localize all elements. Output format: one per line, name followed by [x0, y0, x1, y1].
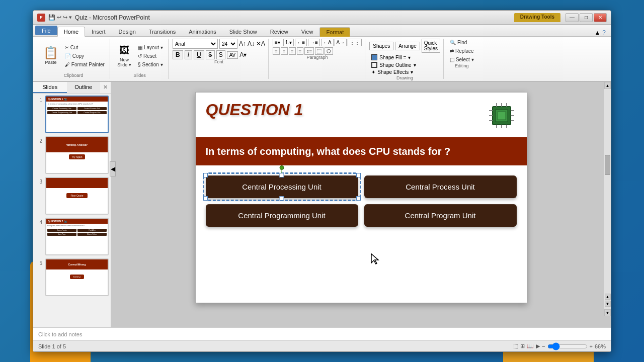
tab-transitions[interactable]: Transitions [142, 27, 182, 36]
option-1-button[interactable]: Central Processing Unit [206, 175, 358, 198]
vertical-scrollbar[interactable]: ▲ ▲ ▼ ▼ [604, 82, 611, 316]
format-painter-button[interactable]: 🖌 Format Painter [63, 61, 107, 68]
columns-btn[interactable]: ⋮⋮ [348, 39, 362, 46]
slide-preview-1[interactable]: QUESTION 1 📷 In terms of computing, what… [45, 96, 109, 133]
shape-outline-dropdown[interactable]: ▾ [414, 62, 416, 68]
slide-preview-4[interactable]: QUESTION 2 📷 Along with when did Bill Ga… [45, 218, 109, 255]
bold-button[interactable]: B [173, 50, 183, 59]
shape-fill-btn[interactable]: Shape Fill = ▾ [369, 54, 440, 61]
reset-button[interactable]: ↺ Reset [136, 52, 165, 60]
ltr-btn[interactable]: A→ [335, 39, 347, 46]
tab-review[interactable]: Review [264, 27, 295, 36]
cut-button[interactable]: ✂ Cut [63, 44, 107, 51]
scroll-down-btn[interactable]: ▼ [604, 309, 611, 316]
drawing-tools-tab[interactable]: Drawing Tools [514, 13, 560, 22]
paste-button[interactable]: 📋 Paste [40, 45, 61, 67]
slide-thumb-2[interactable]: 2 Wrong Answer Try Again [35, 136, 109, 174]
tab-home[interactable]: Home [57, 27, 85, 37]
bullets-btn[interactable]: ≡▾ [273, 39, 282, 46]
tab-animations[interactable]: Animations [182, 27, 222, 36]
shadow-btn[interactable]: S [216, 50, 225, 59]
char-spacing-btn[interactable]: AV [227, 51, 238, 59]
arrange-btn[interactable]: Arrange [395, 42, 420, 50]
maximize-button[interactable]: □ [580, 13, 593, 22]
shapes-btn[interactable]: Shapes [369, 42, 393, 50]
minimize-button[interactable]: — [566, 13, 579, 22]
scroll-prev-slide[interactable]: ▲ [605, 294, 611, 300]
find-button[interactable]: 🔍 Find [448, 39, 476, 46]
slide-thumb-3[interactable]: 3 Rise Quote [35, 177, 109, 215]
clear-format-btn[interactable]: ✕A [256, 40, 265, 47]
option-2-button[interactable]: Central Process Unit [364, 175, 517, 198]
tab-design[interactable]: Design [112, 27, 142, 36]
collapse-ribbon[interactable]: ▲ [594, 29, 600, 36]
normal-view-btn[interactable]: ⬚ [513, 343, 518, 349]
tab-file[interactable]: File [35, 26, 57, 35]
tab-outline-view[interactable]: Outline [67, 82, 101, 93]
slide-sorter-btn[interactable]: ⊞ [520, 343, 525, 349]
option-4-button[interactable]: Central Program Unit [364, 204, 517, 227]
qat-save[interactable]: 💾 [48, 14, 55, 21]
panel-collapse-btn[interactable]: ◀ [110, 161, 116, 176]
zoom-in-btn[interactable]: + [590, 343, 593, 349]
font-color-btn[interactable]: A▾ [239, 51, 247, 58]
slide-thumb-5[interactable]: 5 Correct/Wrong BullsEye [35, 258, 109, 296]
quick-styles-btn[interactable]: QuickStyles [422, 39, 440, 53]
thumb1-title: QUESTION 1 📷 [46, 97, 108, 102]
slide-preview-2[interactable]: Wrong Answer Try Again [45, 136, 109, 174]
slide-preview-3[interactable]: Rise Quote [45, 177, 109, 215]
notes-bar[interactable]: Click to add notes [33, 327, 611, 340]
slides-panel-close[interactable]: ✕ [100, 82, 111, 93]
select-button[interactable]: ⬚ Select ▾ [448, 56, 476, 63]
slideshow-btn[interactable]: ▶ [536, 343, 540, 349]
help-btn[interactable]: ? [602, 29, 606, 36]
tab-slideshow[interactable]: Slide Show [223, 27, 264, 36]
italic-button[interactable]: I [185, 50, 192, 59]
tab-view[interactable]: View [295, 27, 320, 36]
indent-btn[interactable]: →≡ [308, 39, 320, 46]
tab-format[interactable]: Format [319, 27, 350, 37]
align-center-btn[interactable]: ≡ [281, 47, 288, 55]
line-spacing-btn[interactable]: ↕≡ [304, 47, 314, 55]
font-family-select[interactable]: Arial [173, 39, 218, 49]
clipboard-content: 📋 Paste ✂ Cut 📄 Copy 🖌 Format Painter [40, 39, 107, 73]
slide-thumb-4[interactable]: 4 QUESTION 2 📷 Along with when did Bill … [35, 218, 109, 255]
rtl-btn[interactable]: ←A [321, 39, 334, 46]
qat-dropdown[interactable]: ▾ [69, 14, 72, 21]
layout-button[interactable]: ▦ Layout ▾ [136, 44, 165, 51]
increase-font-btn[interactable]: A↑ [239, 40, 246, 47]
copy-button[interactable]: 📄 Copy [63, 52, 107, 60]
zoom-out-btn[interactable]: − [542, 343, 545, 349]
section-button[interactable]: § Section ▾ [136, 61, 165, 68]
qat-redo[interactable]: ↪ [63, 14, 67, 21]
slide-preview-5[interactable]: Correct/Wrong BullsEye [45, 258, 109, 296]
shape-effects-dropdown[interactable]: ▾ [411, 69, 413, 75]
new-slide-button[interactable]: 🖼 NewSlide ▾ [114, 43, 134, 69]
close-button[interactable]: ✕ [594, 13, 607, 22]
option-3-button[interactable]: Central Programming Unit [206, 204, 358, 227]
font-size-select[interactable]: 24 [219, 39, 237, 49]
scroll-up-btn[interactable]: ▲ [604, 82, 611, 89]
text-direction-btn[interactable]: ⬚ [315, 47, 324, 55]
numbering-btn[interactable]: 1.▾ [283, 39, 294, 46]
shape-outline-btn[interactable]: Shape Outline ▾ [369, 61, 440, 68]
tab-slides-view[interactable]: Slides [33, 82, 67, 93]
tab-insert[interactable]: Insert [85, 27, 112, 36]
align-right-btn[interactable]: ≡ [289, 47, 296, 55]
strikethrough-btn[interactable]: S̶ [206, 50, 215, 59]
zoom-slider[interactable] [547, 342, 588, 350]
decrease-font-btn[interactable]: A↓ [248, 40, 255, 47]
replace-button[interactable]: ⇄ Replace [448, 47, 476, 55]
shape-fill-dropdown[interactable]: ▾ [408, 55, 411, 60]
slide-thumb-1[interactable]: 1 QUESTION 1 📷 In terms of computing, wh… [35, 96, 109, 133]
outdent-btn[interactable]: ←≡ [295, 39, 307, 46]
align-left-btn[interactable]: ≡ [273, 47, 280, 55]
qat-undo[interactable]: ↩ [57, 14, 61, 21]
scroll-next-slide[interactable]: ▼ [605, 301, 611, 307]
scroll-thumb[interactable] [605, 155, 610, 175]
underline-button[interactable]: U [194, 50, 204, 59]
justify-btn[interactable]: ≡ [297, 47, 304, 55]
smart-art-btn[interactable]: ⬡ [325, 47, 333, 55]
reading-view-btn[interactable]: 📖 [527, 343, 534, 349]
shape-effects-btn[interactable]: ✦ Shape Effects ▾ [369, 69, 440, 75]
